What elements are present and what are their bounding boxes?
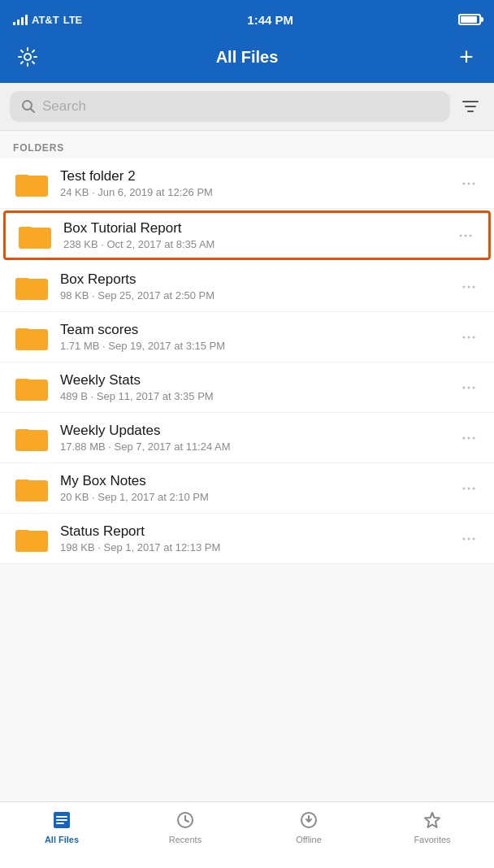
tab-all-files[interactable]: All Files	[0, 809, 124, 844]
more-options-button[interactable]	[457, 325, 481, 349]
more-options-button[interactable]	[457, 476, 481, 501]
carrier-name: AT&T	[32, 14, 59, 26]
svg-point-19	[468, 386, 470, 388]
settings-button[interactable]	[13, 42, 42, 72]
tab-recents[interactable]: Recents	[124, 809, 247, 844]
folder-icon	[15, 425, 48, 451]
tab-favorites[interactable]: Favorites	[370, 809, 494, 844]
svg-point-21	[463, 436, 466, 439]
filter-button[interactable]	[457, 93, 484, 120]
folder-icon-wrap	[13, 375, 50, 401]
list-item[interactable]: My Box Notes 20 KB · Sep 1, 2017 at 2:10…	[0, 463, 494, 514]
more-options-button[interactable]	[457, 171, 481, 196]
svg-point-25	[468, 487, 470, 489]
tab-all-files-label: All Files	[45, 835, 79, 844]
status-time: 1:44 PM	[247, 13, 293, 27]
more-options-button[interactable]	[457, 275, 481, 299]
svg-point-17	[473, 336, 475, 338]
folder-icon-wrap	[13, 526, 50, 552]
ellipsis-icon	[461, 176, 477, 192]
svg-rect-33	[56, 822, 64, 824]
network-type: LTE	[63, 14, 83, 26]
list-item[interactable]: Box Reports 98 KB · Sep 25, 2017 at 2:50…	[0, 262, 494, 312]
add-button[interactable]: +	[452, 42, 481, 72]
svg-point-27	[463, 537, 466, 540]
folder-icon-wrap	[13, 171, 50, 197]
svg-point-22	[468, 436, 470, 439]
list-item[interactable]: Box Tutorial Report 238 KB · Oct 2, 2017…	[3, 210, 491, 260]
svg-point-0	[24, 54, 31, 60]
tab-offline-label: Offline	[296, 835, 322, 844]
ellipsis-icon	[461, 380, 477, 396]
more-options-button[interactable]	[457, 426, 481, 450]
folder-info: Box Reports 98 KB · Sep 25, 2017 at 2:50…	[50, 271, 457, 302]
svg-point-16	[468, 336, 470, 338]
page-title: All Files	[216, 48, 279, 67]
status-bar: AT&T LTE 1:44 PM	[0, 0, 494, 36]
folder-icon	[15, 526, 48, 552]
folder-meta: 24 KB · Jun 6, 2019 at 12:26 PM	[60, 186, 457, 198]
ellipsis-icon	[457, 228, 474, 244]
svg-point-29	[473, 537, 475, 540]
search-icon	[21, 99, 36, 114]
list-item[interactable]: Status Report 198 KB · Sep 1, 2017 at 12…	[0, 514, 494, 564]
tab-recents-label: Recents	[169, 835, 202, 844]
svg-point-8	[473, 182, 475, 184]
ellipsis-icon	[461, 329, 477, 345]
folder-name: Weekly Updates	[60, 423, 457, 439]
list-item[interactable]: Test folder 2 24 KB · Jun 6, 2019 at 12:…	[0, 158, 494, 209]
folder-info: Box Tutorial Report 238 KB · Oct 2, 2017…	[54, 220, 453, 250]
list-item[interactable]: Team scores 1.71 MB · Sep 19, 2017 at 3:…	[0, 312, 494, 362]
folder-meta: 17.88 MB · Sep 7, 2017 at 11:24 AM	[60, 441, 457, 453]
folder-info: Test folder 2 24 KB · Jun 6, 2019 at 12:…	[50, 168, 457, 198]
svg-point-9	[460, 234, 462, 237]
battery-icon	[458, 14, 481, 25]
search-placeholder: Search	[42, 98, 86, 115]
folder-name: Box Reports	[60, 271, 457, 288]
folder-icon-wrap	[13, 425, 50, 451]
svg-marker-39	[425, 813, 440, 827]
more-options-button[interactable]	[453, 224, 478, 248]
list-item[interactable]: Weekly Stats 489 B · Sep 11, 2017 at 3:3…	[0, 362, 494, 413]
folder-name: Weekly Stats	[60, 372, 457, 388]
search-container: Search	[0, 83, 494, 131]
more-options-button[interactable]	[457, 527, 481, 551]
folder-meta: 198 KB · Sep 1, 2017 at 12:13 PM	[60, 541, 457, 553]
favorites-icon	[421, 809, 444, 831]
list-item[interactable]: Weekly Updates 17.88 MB · Sep 7, 2017 at…	[0, 413, 494, 463]
svg-point-24	[463, 487, 466, 489]
folder-name: Team scores	[60, 322, 457, 338]
svg-point-15	[463, 336, 466, 338]
svg-rect-31	[56, 816, 67, 818]
folder-meta: 489 B · Sep 11, 2017 at 3:35 PM	[60, 390, 457, 402]
gear-icon	[17, 46, 38, 67]
folder-icon-wrap	[13, 274, 50, 300]
folders-section-header: FOLDERS	[0, 131, 494, 158]
more-options-button[interactable]	[457, 375, 481, 400]
svg-point-20	[473, 386, 475, 388]
filter-icon	[462, 99, 479, 114]
signal-icon	[13, 14, 28, 25]
folder-icon-wrap	[13, 324, 50, 350]
ellipsis-icon	[461, 531, 477, 547]
folder-icon-wrap	[16, 223, 54, 249]
search-bar[interactable]: Search	[10, 91, 450, 122]
svg-point-18	[463, 386, 466, 388]
offline-icon	[297, 809, 320, 831]
folder-name: Status Report	[60, 523, 457, 540]
folder-meta: 98 KB · Sep 25, 2017 at 2:50 PM	[60, 289, 457, 302]
svg-point-14	[473, 285, 475, 288]
folder-icon	[15, 375, 48, 401]
tab-favorites-label: Favorites	[414, 835, 450, 844]
svg-point-13	[468, 285, 470, 288]
folder-name: Box Tutorial Report	[63, 220, 453, 237]
folder-meta: 238 KB · Oct 2, 2017 at 8:35 AM	[63, 238, 453, 250]
folder-icon	[15, 475, 48, 501]
svg-point-28	[468, 537, 470, 540]
app-header: All Files +	[0, 36, 494, 83]
svg-point-10	[465, 234, 467, 237]
folder-name: Test folder 2	[60, 168, 457, 184]
svg-rect-32	[56, 819, 67, 821]
folder-meta: 1.71 MB · Sep 19, 2017 at 3:15 PM	[60, 340, 457, 352]
tab-offline[interactable]: Offline	[247, 809, 370, 844]
